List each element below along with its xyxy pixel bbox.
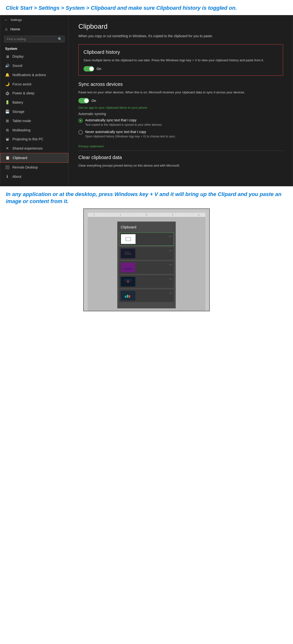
home-label: Home: [11, 27, 20, 31]
sync-section: Sync across devices Paste text on your o…: [78, 82, 283, 139]
home-icon: ⌂: [5, 27, 8, 31]
privacy-link[interactable]: Privacy statement: [78, 144, 283, 148]
projecting-icon: 📽: [5, 137, 10, 141]
clip-item-1[interactable]: ···: [119, 232, 174, 246]
storage-icon: 💾: [5, 110, 10, 114]
radio-never-sync-sub: Open clipboard history (Windows logo key…: [85, 134, 176, 139]
sidebar-item-about[interactable]: ℹ About: [0, 172, 68, 181]
clip-item-5-dots[interactable]: ···: [169, 291, 172, 295]
radio-never-sync-btn[interactable]: [78, 130, 83, 134]
instruction-bottom: In any application or at the desktop, pr…: [0, 186, 293, 208]
back-button[interactable]: ←: [4, 18, 8, 22]
clip-spacer: [117, 304, 176, 306]
ruler-mark: 1: [94, 214, 95, 216]
page-title: Clipboard: [78, 22, 283, 30]
sync-toggle-label: On: [92, 99, 96, 103]
clip-thumb-1: [121, 234, 136, 244]
radio-never-sync-main: Never automatically sync text that I cop…: [85, 130, 176, 134]
page-subtitle: When you copy or cut something in Window…: [78, 34, 283, 39]
auto-sync-label: Automatic syncing: [78, 112, 283, 116]
sidebar-item-multitasking[interactable]: ⧉ Multitasking: [0, 126, 68, 135]
svg-point-11: [127, 280, 129, 283]
about-icon: ℹ: [5, 174, 10, 179]
sidebar-item-battery[interactable]: 🔋 Battery: [0, 98, 68, 107]
sidebar-item-label: Shared experiences: [13, 146, 43, 150]
clip-thumb-4: [121, 277, 135, 286]
display-icon: 🖥: [5, 54, 10, 58]
clipboard-history-title: Clipboard history: [84, 49, 278, 55]
radio-auto-sync[interactable]: Automatically sync text that I copy Text…: [78, 118, 283, 127]
sync-toggle[interactable]: [78, 98, 89, 103]
clip-thumb-2: [121, 248, 135, 258]
clipboard-history-toggle[interactable]: [84, 66, 94, 72]
sidebar-item-label: Sound: [13, 64, 22, 68]
sidebar-item-home[interactable]: ⌂ Home: [0, 24, 68, 34]
sidebar-item-projecting[interactable]: 📽 Projecting to this PC: [0, 135, 68, 144]
titlebar-title: Settings: [11, 18, 22, 22]
sidebar-item-power[interactable]: ⏻ Power & sleep: [0, 89, 68, 98]
sidebar-item-label: Storage: [13, 110, 24, 114]
sync-desc: Paste text on your other devices. When t…: [78, 90, 283, 95]
sound-icon: 🔊: [5, 64, 10, 68]
search-input[interactable]: [7, 37, 58, 41]
search-box[interactable]: 🔍: [4, 36, 65, 42]
clipboard-popup-title: Clipboard: [117, 224, 176, 231]
clip-item-4[interactable]: ···: [119, 275, 174, 288]
tablet-icon: ⊞: [5, 119, 10, 123]
ruler-mark: 1: [120, 214, 121, 216]
clipboard-screenshot: 1 · 1 · 2 · 3 · 4 Clipboard: [83, 208, 210, 311]
svg-rect-14: [127, 295, 128, 298]
settings-window: ← Settings ⌂ Home 🔍 System 🖥 Display 🔊 S…: [0, 15, 293, 186]
sidebar-item-label: Notifications & actions: [13, 73, 46, 77]
main-content: Clipboard When you copy or cut something…: [68, 15, 293, 186]
radio-auto-sync-btn[interactable]: [78, 118, 83, 123]
sidebar-item-label: Display: [13, 54, 24, 58]
multitasking-icon: ⧉: [5, 128, 10, 132]
clip-item-5[interactable]: ···: [119, 290, 174, 302]
battery-icon: 🔋: [5, 100, 10, 104]
clip-item-3[interactable]: ···: [119, 261, 174, 274]
sync-app-link[interactable]: Get an app to sync clipboard items to yo…: [78, 106, 283, 110]
clipboard-icon: 📋: [5, 156, 10, 160]
instruction-top: Click Start > Settings > System > Clipbo…: [0, 0, 293, 15]
clipboard-history-desc: Save multiple items to the clipboard to …: [84, 58, 278, 63]
clip-item-2-dots[interactable]: ···: [169, 248, 172, 253]
sidebar-item-display[interactable]: 🖥 Display: [0, 52, 68, 61]
sidebar-item-tablet[interactable]: ⊞ Tablet mode: [0, 116, 68, 126]
sidebar-item-label: Tablet mode: [13, 119, 31, 123]
radio-never-sync[interactable]: Never automatically sync text that I cop…: [78, 130, 283, 139]
ruler-mark: ·: [159, 214, 160, 216]
clip-item-1-dots[interactable]: ···: [169, 234, 172, 238]
radio-auto-sync-main: Automatically sync text that I copy: [85, 118, 163, 122]
sidebar-item-label: Focus assist: [13, 82, 31, 86]
sidebar-item-shared[interactable]: ✕ Shared experiences: [0, 144, 68, 153]
clipboard-history-toggle-label: On: [97, 67, 101, 71]
focus-icon: 🌙: [5, 82, 10, 86]
clip-thumb-5: [121, 291, 135, 300]
clear-desc: Clear everything (except pinned items) o…: [78, 163, 283, 168]
sidebar-item-sound[interactable]: 🔊 Sound: [0, 61, 68, 70]
clip-preview-svg-3: [124, 265, 132, 270]
clipboard-panel-container: 1 · 1 · 2 · 3 · 4 Clipboard: [0, 208, 293, 318]
sync-toggle-row: On: [78, 98, 283, 103]
svg-rect-8: [125, 268, 131, 270]
svg-rect-13: [125, 296, 126, 298]
clipboard-popup: Clipboard ···: [117, 222, 176, 308]
sidebar-item-focus[interactable]: 🌙 Focus assist: [0, 80, 68, 89]
sidebar-item-clipboard[interactable]: 📋 Clipboard: [0, 153, 68, 163]
clip-item-3-dots[interactable]: ···: [169, 263, 172, 267]
ruler: 1 · 1 · 2 · 3 · 4: [88, 213, 205, 217]
divider: [78, 150, 283, 151]
ruler-mark: 4: [198, 214, 199, 216]
clipboard-history-toggle-row: On: [84, 66, 278, 72]
sidebar-item-storage[interactable]: 💾 Storage: [0, 107, 68, 116]
ruler-mark: ·: [107, 214, 108, 216]
clip-item-2[interactable]: ···: [119, 247, 174, 260]
svg-rect-15: [129, 295, 130, 298]
sidebar-item-notifications[interactable]: 🔔 Notifications & actions: [0, 70, 68, 80]
radio-auto-sync-content: Automatically sync text that I copy Text…: [85, 118, 163, 127]
remote-icon: ⬛: [5, 165, 10, 170]
sidebar-item-remote[interactable]: ⬛ Remote Desktop: [0, 163, 68, 172]
sidebar-item-label: About: [13, 174, 22, 178]
clip-item-4-dots[interactable]: ···: [169, 277, 172, 281]
